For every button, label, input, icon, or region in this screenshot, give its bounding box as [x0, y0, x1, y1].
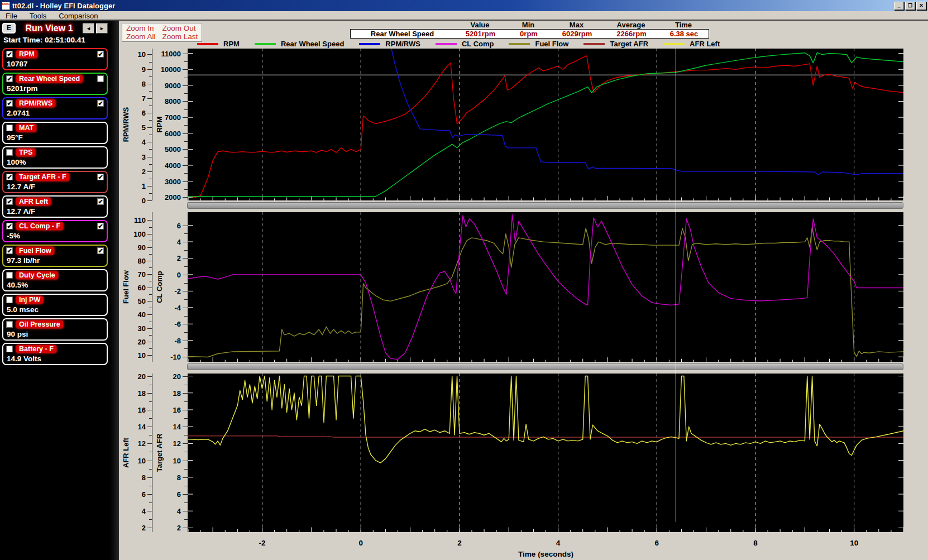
rpm-chart-inner-axis-tick: [183, 165, 188, 166]
x-axis-title: Time (seconds): [188, 550, 903, 560]
zoom-zoom-all-button[interactable]: Zoom All: [126, 32, 156, 41]
rpm-chart-outer-axis-minor-tick: [149, 62, 152, 63]
afr-chart-inner-axis-tick: [183, 477, 188, 478]
rpm-chart-inner-axis-minor-tick: [184, 173, 188, 174]
afr-chart-outer-axis-minor-tick: [149, 486, 152, 486]
channel-axis-checkbox[interactable]: ✔: [97, 174, 104, 180]
fuel-clcomp-chart-outer-axis-tick-label: 10: [120, 351, 146, 359]
channel-axis-checkbox[interactable]: [97, 75, 104, 82]
channel-axis-checkbox[interactable]: ✔: [97, 223, 104, 229]
channel-plot-checkbox[interactable]: [6, 321, 13, 328]
chart-legend: RPMRear Wheel SpeedRPM/RWSCL CompFuel Fl…: [197, 40, 720, 48]
channel-card: ✔Fuel Flow✔97.3 lb/hr: [2, 245, 108, 267]
stats-header: Max: [550, 21, 603, 29]
afr-chart-outer-axis-tick-label: 6: [120, 490, 146, 499]
x-tick-label: 2: [457, 539, 462, 547]
chart-splitter[interactable]: [187, 363, 903, 370]
fuel-clcomp-chart-inner-axis-tick: [183, 357, 188, 357]
rpm-chart-inner-axis-tick: [183, 54, 188, 54]
next-run-button[interactable]: ►: [96, 23, 108, 33]
stats-value: 6.38 sec: [659, 30, 709, 38]
channel-plot-checkbox[interactable]: [6, 272, 13, 279]
fuel-clcomp-chart-outer-axis-tick: [147, 328, 152, 329]
channel-plot-checkbox[interactable]: ✔: [6, 174, 13, 180]
menu-comparison[interactable]: Comparison: [59, 12, 98, 20]
channel-plot-checkbox[interactable]: ✔: [6, 100, 13, 107]
legend-swatch-icon: [255, 43, 276, 45]
fuel-clcomp-chart-inner-axis-minor-tick: [184, 332, 188, 333]
expand-button[interactable]: E: [2, 23, 16, 33]
fuel-clcomp-chart-row: 102030405060708090100110Fuel Flow-10-8-6…: [120, 212, 903, 362]
rpm-chart-inner-axis-tick: [183, 69, 188, 70]
series-cl-comp: [188, 214, 903, 359]
channel-value: 97.3 lb/hr: [6, 255, 104, 265]
fuel-clcomp-chart-inner-axis-minor-tick: [184, 316, 188, 317]
rpm-chart-plot[interactable]: [188, 49, 903, 200]
channel-plot-checkbox[interactable]: [6, 149, 13, 156]
afr-chart-outer-axis-tick-label: 2: [120, 524, 146, 532]
fuel-clcomp-chart-inner-axis-tick: [183, 258, 188, 259]
menu-tools[interactable]: Tools: [30, 12, 46, 20]
channel-axis-checkbox[interactable]: ✔: [97, 100, 104, 107]
fuel-clcomp-chart-inner-axis-tick-label: 6: [151, 221, 181, 229]
fuel-clcomp-chart-inner-axis-tick: [183, 242, 188, 242]
channel-card: ✔CL Comp - F✔-5%: [2, 220, 108, 242]
zoom-zoom-in-button[interactable]: Zoom In: [126, 24, 156, 32]
channel-value: 12.7 A/F: [6, 206, 104, 216]
channel-plot-checkbox[interactable]: ✔: [6, 223, 13, 229]
channel-name-label: RPM: [16, 50, 37, 58]
afr-chart-inner-axis-minor-tick: [184, 452, 188, 452]
time-cursor[interactable]: [676, 49, 676, 522]
series-afr-left: [188, 376, 903, 463]
zoom-zoom-out-button[interactable]: Zoom Out: [162, 24, 198, 32]
afr-chart-inner-axis-tick-label: 16: [151, 405, 181, 414]
channel-axis-checkbox[interactable]: ✔: [97, 247, 104, 254]
afr-chart-plot[interactable]: [188, 374, 903, 532]
rpm-chart-inner-axis-tick-label: 11000: [151, 49, 181, 58]
menu-file[interactable]: File: [6, 12, 17, 20]
chart-splitter[interactable]: [187, 202, 903, 209]
app-icon: [2, 2, 10, 10]
channel-axis-checkbox[interactable]: ✔: [97, 198, 104, 205]
stats-header: Value: [453, 21, 506, 29]
rpm-chart-outer-axis-tick: [147, 142, 152, 142]
channel-plot-checkbox[interactable]: ✔: [6, 75, 13, 82]
rpm-chart-inner-axis-minor-tick: [184, 141, 188, 142]
start-time-label: Start Time: 02:51:00.41: [3, 36, 107, 44]
afr-chart-inner-axis-tick: [183, 494, 188, 495]
minimize-button[interactable]: _: [894, 2, 904, 10]
fuel-clcomp-chart-axes: 102030405060708090100110Fuel Flow-10-8-6…: [120, 212, 188, 362]
afr-chart-outer-axis-minor-tick: [149, 435, 152, 435]
fuel-clcomp-chart-outer-axis-tick: [147, 234, 152, 234]
zoom-zoom-last-button[interactable]: Zoom Last: [162, 32, 198, 41]
legend-label: Fuel Flow: [535, 40, 568, 48]
channel-plot-checkbox[interactable]: [6, 296, 13, 303]
afr-chart-outer-axis-tick-label: 14: [120, 423, 146, 431]
afr-chart-outer-axis-tick-label: 18: [120, 389, 146, 397]
rpm-chart-outer-axis-tick: [147, 127, 152, 128]
channel-plot-checkbox[interactable]: [6, 125, 13, 131]
channel-card: Inj PW5.0 msec: [2, 294, 108, 316]
fuel-clcomp-chart-plot[interactable]: [188, 212, 903, 362]
channel-sidebar: E Run View 1 ◄ ► Start Time: 02:51:00.41…: [0, 21, 110, 560]
afr-chart-outer-axis-tick-label: 20: [120, 372, 146, 380]
channel-plot-checkbox[interactable]: ✔: [6, 247, 13, 254]
channel-axis-checkbox[interactable]: ✔: [97, 51, 104, 58]
series-rpm: [188, 56, 903, 197]
channel-plot-checkbox[interactable]: ✔: [6, 51, 13, 58]
channel-plot-checkbox[interactable]: [6, 346, 13, 352]
afr-chart-inner-axis-tick: [183, 461, 188, 461]
rpm-chart-inner-axis-tick-label: 3000: [151, 177, 181, 185]
series-fuel-flow: [188, 227, 903, 357]
legend-label: CL Comp: [462, 40, 494, 48]
legend-label: AFR Left: [690, 40, 720, 48]
prev-run-button[interactable]: ◄: [83, 23, 94, 33]
afr-chart-inner-axis-tick: [183, 427, 188, 427]
restore-button[interactable]: ❐: [905, 2, 915, 10]
fuel-clcomp-chart-outer-axis-title: Fuel Flow: [122, 270, 130, 304]
channel-value: 90 psi: [6, 329, 104, 338]
rpm-chart-outer-axis-minor-tick: [149, 91, 152, 92]
close-button[interactable]: ✕: [916, 2, 926, 10]
channel-plot-checkbox[interactable]: ✔: [6, 198, 13, 205]
channel-card: ✔RPM✔10787: [2, 48, 108, 70]
